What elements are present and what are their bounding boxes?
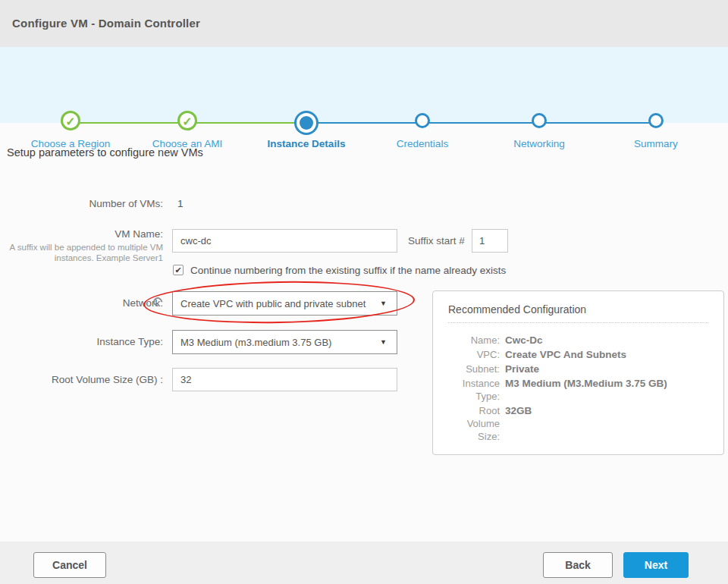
- next-button[interactable]: Next: [623, 552, 689, 578]
- step-circle-choose-ami[interactable]: ✓: [177, 111, 197, 130]
- recommended-row-root-volume: Root Volume Size: 32GB: [448, 404, 713, 443]
- check-icon: ✓: [182, 115, 192, 128]
- step-label-credentials[interactable]: Credentials: [358, 138, 487, 149]
- recommended-instance-type-label: Instance Type:: [448, 377, 500, 403]
- network-dropdown[interactable]: Create VPC with public and private subne…: [172, 291, 397, 316]
- recommended-vpc-label: VPC:: [448, 348, 500, 361]
- dialog-title: Configure VM - Domain Controller: [12, 17, 200, 30]
- recommended-configuration-rows: Name: Cwc-Dc VPC: Create VPC And Subnets…: [448, 334, 713, 444]
- chevron-down-icon: ▼: [380, 338, 387, 346]
- check-icon: ✓: [65, 115, 75, 128]
- step-circle-credentials[interactable]: [415, 113, 430, 128]
- dialog-footer: Cancel Back Next: [0, 542, 728, 584]
- back-button[interactable]: Back: [543, 552, 613, 578]
- root-volume-size-label: Root Volume Size (GB) :: [6, 374, 163, 385]
- network-dropdown-value: Create VPC with public and private subne…: [180, 298, 366, 309]
- step-label-instance-details[interactable]: Instance Details: [242, 138, 371, 149]
- recommended-subnet-label: Subnet:: [448, 363, 500, 375]
- instance-type-label: Instance Type:: [6, 336, 163, 347]
- network-label: Network:: [6, 297, 163, 309]
- recommended-row-subnet: Subnet: Private: [448, 363, 713, 375]
- step-circle-instance-details[interactable]: [300, 116, 313, 130]
- checkbox-check-icon: ✔: [174, 265, 181, 275]
- vm-name-input[interactable]: [172, 229, 397, 253]
- continue-numbering-label: Continue numbering from the existing suf…: [190, 265, 506, 276]
- step-label-summary[interactable]: Summary: [592, 138, 720, 149]
- cancel-button[interactable]: Cancel: [33, 552, 106, 578]
- recommended-configuration-panel: Recommended Configuration Name: Cwc-Dc V…: [432, 290, 724, 455]
- form-heading: Setup parameters to configure new VMs: [7, 146, 203, 159]
- continue-numbering-checkbox[interactable]: ✔: [173, 265, 184, 275]
- step-label-networking[interactable]: Networking: [475, 138, 604, 149]
- configure-vm-dialog: Configure VM - Domain Controller ✓ ✓ Cho…: [0, 0, 728, 584]
- number-of-vms-label: Number of VMs:: [6, 198, 163, 209]
- suffix-start-label: Suffix start #: [408, 235, 465, 246]
- recommended-subnet-value: Private: [505, 363, 539, 375]
- suffix-start-input[interactable]: [472, 229, 508, 253]
- step-circle-summary[interactable]: [648, 113, 664, 128]
- recommended-row-name: Name: Cwc-Dc: [448, 334, 713, 347]
- recommended-root-volume-value: 32GB: [505, 404, 532, 443]
- stepper-line-upcoming: [306, 122, 656, 124]
- recommended-row-vpc: VPC: Create VPC And Subnets: [448, 348, 713, 361]
- vm-name-helper: A suffix will be appended to multiple VM…: [6, 242, 163, 263]
- dialog-titlebar: Configure VM - Domain Controller: [0, 0, 728, 47]
- root-volume-size-input[interactable]: [172, 368, 397, 391]
- number-of-vms-value: 1: [177, 198, 184, 209]
- recommended-name-label: Name:: [448, 334, 500, 347]
- instance-type-dropdown[interactable]: M3 Medium (m3.medium 3.75 GB) ▼: [172, 330, 397, 354]
- recommended-instance-type-value: M3 Medium (M3.Medium 3.75 GB): [505, 377, 667, 403]
- recommended-name-value: Cwc-Dc: [505, 334, 543, 347]
- step-circle-choose-region[interactable]: ✓: [61, 111, 80, 130]
- recommended-configuration-title: Recommended Configuration: [448, 303, 708, 323]
- vm-name-label: VM Name:: [6, 228, 163, 240]
- recommended-root-volume-label: Root Volume Size:: [448, 404, 500, 443]
- recommended-row-instance-type: Instance Type: M3 Medium (M3.Medium 3.75…: [448, 377, 713, 403]
- step-circle-networking[interactable]: [532, 113, 547, 128]
- wizard-stepper: ✓ ✓ Choose a Region Choose an AMI Instan…: [0, 47, 728, 123]
- instance-type-dropdown-value: M3 Medium (m3.medium 3.75 GB): [180, 337, 331, 348]
- recommended-vpc-value: Create VPC And Subnets: [505, 348, 626, 361]
- chevron-down-icon: ▼: [380, 300, 387, 307]
